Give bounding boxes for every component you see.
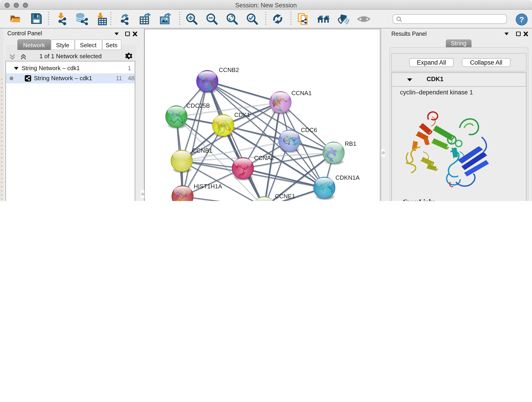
svg-text:CCNE1: CCNE1 [275,192,295,199]
svg-text:CCNA2: CCNA2 [254,154,274,161]
svg-text:CCNB2: CCNB2 [219,66,239,73]
svg-text:?: ? [519,15,524,24]
svg-text:CDK1: CDK1 [234,111,250,118]
svg-text:HIST1H1A: HIST1H1A [194,183,222,190]
svg-text:CCNA1: CCNA1 [291,89,312,96]
svg-text:CCNB1: CCNB1 [192,147,212,154]
svg-text:CDC25B: CDC25B [186,102,210,109]
svg-text:RB1: RB1 [345,140,356,147]
svg-text:CDKN1A: CDKN1A [336,174,360,181]
svg-text:CDC6: CDC6 [301,126,317,133]
